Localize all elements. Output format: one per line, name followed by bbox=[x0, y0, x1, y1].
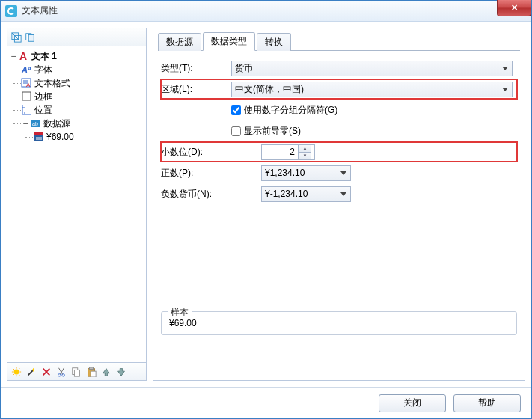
chevron-down-icon bbox=[340, 171, 346, 175]
tree-item-label: ¥69.00 bbox=[46, 132, 74, 142]
positive-label: 正数(P): bbox=[161, 167, 231, 180]
sample-legend: 样本 bbox=[168, 306, 192, 319]
help-button[interactable]: 帮助 bbox=[453, 394, 521, 412]
tree-item-font[interactable]: Aª 字体 bbox=[21, 63, 144, 76]
decimals-spinner[interactable]: ▲ ▼ bbox=[261, 144, 315, 160]
delete-icon[interactable] bbox=[40, 366, 52, 378]
border-icon bbox=[21, 91, 33, 103]
tree-item-label: 文本格式 bbox=[34, 77, 70, 90]
svg-rect-38 bbox=[74, 370, 79, 376]
close-dialog-button[interactable]: 关闭 bbox=[379, 394, 446, 412]
tree-item-label: 字体 bbox=[34, 64, 52, 76]
font-icon: Aª bbox=[21, 64, 33, 76]
svg-point-36 bbox=[62, 373, 65, 376]
svg-rect-3 bbox=[28, 34, 34, 41]
negative-combo[interactable]: ¥-1,234.10 bbox=[261, 186, 351, 202]
svg-line-27 bbox=[19, 374, 19, 375]
tree-item-textformat[interactable]: A 文本格式 bbox=[21, 76, 144, 90]
leadingzero-checkbox-input[interactable] bbox=[231, 126, 241, 136]
copy-props-icon[interactable] bbox=[24, 31, 36, 43]
move-up-icon[interactable] bbox=[100, 366, 112, 378]
svg-line-30 bbox=[28, 370, 34, 375]
tree-item-label: 边框 bbox=[34, 91, 52, 103]
leadingzero-label: 显示前导零(S) bbox=[244, 125, 301, 138]
grouping-label: 使用数字分组分隔符(G) bbox=[244, 104, 337, 117]
tree-bottom-toolbar bbox=[7, 362, 146, 380]
chevron-down-icon bbox=[502, 67, 508, 70]
positive-combo[interactable]: ¥1,234.10 bbox=[261, 165, 351, 181]
region-value: 中文(简体，中国) bbox=[235, 83, 304, 96]
tree-item-datasource[interactable]: − ab 数据源 bbox=[21, 117, 144, 130]
property-tree[interactable]: − A 文本 1 Aª 字体 A 文本格式 边框 bbox=[7, 46, 146, 362]
svg-point-21 bbox=[14, 369, 19, 374]
svg-line-28 bbox=[13, 374, 14, 375]
type-value: 货币 bbox=[235, 62, 253, 75]
decimals-label: 小数位(D): bbox=[161, 146, 231, 159]
copy-icon[interactable] bbox=[70, 366, 82, 378]
tab-transform[interactable]: 转换 bbox=[257, 33, 291, 51]
svg-text:Aª: Aª bbox=[21, 65, 31, 74]
tree-root-label: 文本 1 bbox=[31, 50, 57, 63]
tree-root[interactable]: − A 文本 1 bbox=[9, 49, 144, 63]
svg-line-26 bbox=[13, 368, 14, 369]
text-properties-dialog: 文本属性 ✕ − A 文本 1 Aª 字体 bbox=[0, 0, 532, 419]
leadingzero-checkbox[interactable]: 显示前导零(S) bbox=[231, 125, 301, 138]
tree-item-position[interactable]: 位置 bbox=[21, 103, 144, 117]
collapse-icon[interactable]: − bbox=[21, 118, 30, 129]
svg-point-35 bbox=[58, 373, 61, 376]
collapse-icon[interactable]: − bbox=[9, 51, 18, 61]
text-object-icon: A bbox=[18, 50, 30, 62]
position-icon bbox=[21, 104, 33, 116]
paste-icon[interactable] bbox=[85, 366, 97, 378]
move-down-icon[interactable] bbox=[115, 366, 127, 378]
svg-rect-40 bbox=[89, 367, 93, 369]
tab-datasource[interactable]: 数据源 bbox=[158, 33, 201, 51]
svg-rect-10 bbox=[22, 92, 31, 100]
data-value-icon bbox=[33, 131, 45, 143]
region-combo[interactable]: 中文(简体，中国) bbox=[231, 82, 513, 97]
dialog-footer: 关闭 帮助 bbox=[1, 387, 531, 418]
properties-panel: 数据源 数据类型 转换 类型(T): 货币 区域(L): 中文(简体，中国) bbox=[153, 28, 525, 381]
svg-text:A: A bbox=[26, 82, 31, 88]
tree-panel: − A 文本 1 Aª 字体 A 文本格式 边框 bbox=[7, 28, 147, 381]
app-icon bbox=[5, 5, 17, 17]
sample-group: 样本 ¥69.00 bbox=[161, 311, 517, 335]
tree-toolbar bbox=[7, 28, 146, 46]
window-title: 文本属性 bbox=[22, 4, 58, 17]
svg-text:A: A bbox=[19, 50, 27, 62]
type-combo[interactable]: 货币 bbox=[231, 61, 513, 76]
datasource-icon: ab bbox=[30, 117, 42, 129]
negative-value: ¥-1,234.10 bbox=[265, 189, 308, 199]
new-icon[interactable] bbox=[10, 366, 22, 378]
tree-item-border[interactable]: 边框 bbox=[21, 90, 144, 103]
wizard-icon[interactable] bbox=[25, 366, 37, 378]
sample-value: ¥69.00 bbox=[169, 318, 509, 328]
tab-datatype[interactable]: 数据类型 bbox=[203, 32, 255, 51]
textformat-icon: A bbox=[21, 77, 33, 89]
spin-down-icon[interactable]: ▼ bbox=[299, 153, 311, 159]
spin-up-icon[interactable]: ▲ bbox=[299, 145, 311, 153]
svg-text:ab: ab bbox=[32, 121, 38, 126]
type-label: 类型(T): bbox=[161, 62, 231, 75]
positive-value: ¥1,234.10 bbox=[265, 168, 305, 178]
tabs: 数据源 数据类型 转换 bbox=[158, 33, 520, 51]
tree-item-label: 数据源 bbox=[43, 117, 70, 130]
datatype-form: 类型(T): 货币 区域(L): 中文(简体，中国) bbox=[158, 51, 520, 343]
select-all-icon[interactable] bbox=[10, 31, 22, 43]
svg-rect-41 bbox=[91, 371, 96, 377]
svg-line-29 bbox=[19, 368, 19, 369]
decimals-input[interactable] bbox=[262, 145, 298, 159]
grouping-checkbox-input[interactable] bbox=[231, 105, 241, 115]
cut-icon[interactable] bbox=[55, 366, 67, 378]
chevron-down-icon bbox=[340, 192, 346, 196]
tree-item-label: 位置 bbox=[34, 104, 52, 117]
chevron-down-icon bbox=[502, 88, 508, 91]
titlebar: 文本属性 ✕ bbox=[1, 1, 531, 22]
region-label: 区域(L): bbox=[161, 83, 231, 96]
svg-rect-18 bbox=[34, 132, 43, 135]
grouping-checkbox[interactable]: 使用数字分组分隔符(G) bbox=[231, 104, 337, 117]
negative-label: 负数货币(N): bbox=[161, 188, 231, 201]
close-button[interactable]: ✕ bbox=[497, 0, 531, 16]
tree-item-datasource-value[interactable]: ¥69.00 bbox=[33, 130, 144, 144]
